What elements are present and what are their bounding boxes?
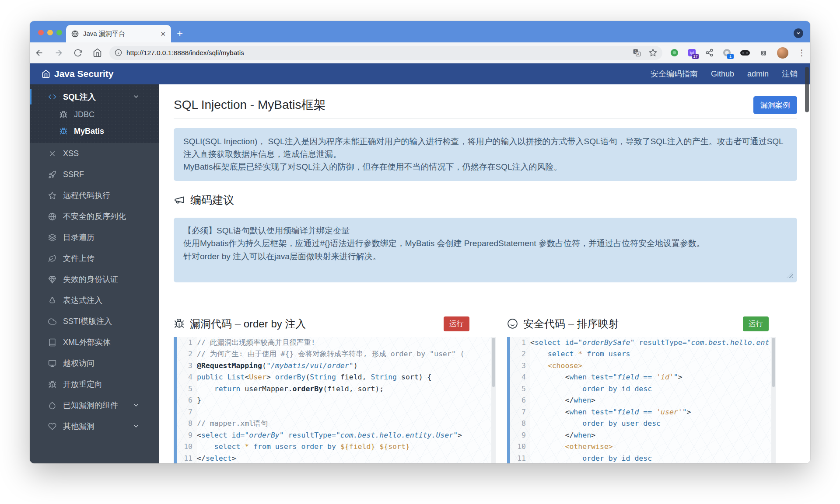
- forward-arrow-icon: [54, 48, 63, 58]
- window-menu-button[interactable]: [794, 28, 803, 38]
- maximize-window-button[interactable]: [56, 30, 62, 35]
- globe-icon: [48, 212, 56, 221]
- sidebar: SQL注入JDBCMyBatisXSSSSRF远程代码执行不安全的反序列化目录遍…: [30, 84, 159, 463]
- sidebar-item[interactable]: XML外部实体: [30, 332, 159, 353]
- code-line: 2 select * from users: [510, 348, 776, 360]
- sidebar-item[interactable]: 失效的身份认证: [30, 269, 159, 290]
- minimize-window-button[interactable]: [47, 30, 53, 35]
- intro-paragraph: SQLI(SQL Injection)， SQL注入是因为程序未能正确对用户的输…: [183, 136, 788, 161]
- sidebar-item[interactable]: 表达式注入: [30, 290, 159, 311]
- extensions-puzzle-icon[interactable]: [759, 49, 768, 57]
- run-vulnerable-button[interactable]: 运行: [444, 316, 469, 331]
- home-icon: [42, 70, 50, 78]
- bug-icon: [48, 380, 56, 389]
- sidebar-item[interactable]: 远程代码执行: [30, 185, 159, 206]
- close-tab-icon[interactable]: ✕: [160, 31, 166, 37]
- nav-link-github[interactable]: Github: [711, 70, 734, 79]
- poop-icon: [48, 296, 56, 305]
- leaf-icon: [48, 254, 56, 263]
- browser-menu-icon[interactable]: ⋮: [798, 48, 806, 58]
- divider: [174, 308, 797, 308]
- reload-icon: [74, 49, 82, 57]
- back-button[interactable]: [30, 48, 49, 58]
- sidebar-item[interactable]: SSRF: [30, 164, 159, 185]
- safe-code-heading: 安全代码 – 排序映射: [523, 317, 619, 331]
- sidebar-item[interactable]: 其他漏洞: [30, 416, 159, 437]
- sidebar-item[interactable]: 已知漏洞的组件: [30, 395, 159, 416]
- url-bar[interactable]: http://127.0.0.1:8888/index/sqli/mybatis…: [109, 46, 662, 60]
- sidebar-subitem-mybatis[interactable]: MyBatis: [30, 123, 159, 139]
- sidebar-item[interactable]: 不安全的反序列化: [30, 206, 159, 227]
- chevron-down-icon: [133, 402, 140, 409]
- sidebar-item[interactable]: 越权访问: [30, 353, 159, 374]
- layers-icon: [48, 233, 56, 242]
- code-line: 7 <when test="field == 'user'">: [510, 407, 776, 418]
- code-scrollbar[interactable]: [491, 337, 496, 463]
- active-indicator: [30, 89, 32, 104]
- code-line: 11</select>: [177, 453, 496, 463]
- x-icon: [48, 149, 56, 158]
- sidebar-item[interactable]: 文件上传: [30, 248, 159, 269]
- bookmark-star-icon[interactable]: [649, 49, 657, 57]
- sidebar-group-sqli: SQL注入JDBCMyBatis: [30, 84, 159, 143]
- nav-link-guide[interactable]: 安全编码指南: [651, 69, 698, 79]
- code-line: 5 order by id desc: [510, 383, 776, 395]
- svg-text:A: A: [637, 52, 639, 56]
- bug-icon: [174, 318, 185, 329]
- profile-avatar[interactable]: [777, 47, 788, 59]
- brand[interactable]: Java Security: [42, 69, 113, 79]
- droplet-icon: [48, 401, 56, 410]
- vulnerable-code-block: 1// 此漏洞出现频率较高并且很严重!2// 为何产生: 由于使用 #{} 会将…: [174, 337, 496, 463]
- browser-window: Java 漏洞平台 ✕ + http://127.0.0.1:8888/inde…: [30, 21, 810, 463]
- code-icon: [48, 93, 56, 101]
- vulnerable-code-heading: 漏洞代码 – order by 注入: [190, 317, 306, 331]
- vulnerability-case-button[interactable]: 漏洞案例: [753, 96, 797, 114]
- book-icon: [48, 338, 56, 347]
- reload-button[interactable]: [68, 49, 88, 57]
- chevron-down-icon: [133, 93, 140, 100]
- cloud-icon: [48, 317, 56, 326]
- heart-icon: [48, 422, 56, 431]
- info-icon[interactable]: [115, 49, 122, 56]
- extension-badge: 17: [692, 54, 699, 59]
- forward-button[interactable]: [49, 48, 68, 58]
- sidebar-item[interactable]: SSTI模版注入: [30, 311, 159, 332]
- page-title: SQL Injection - MyBatis框架: [174, 97, 326, 113]
- nav-link-logout[interactable]: 注销: [782, 69, 798, 79]
- share-nodes-icon[interactable]: [705, 49, 714, 57]
- megaphone-icon: [174, 194, 185, 205]
- star-icon: [48, 191, 56, 200]
- extension-dark-icon[interactable]: [740, 50, 750, 56]
- browser-tab[interactable]: Java 漏洞平台 ✕: [66, 25, 171, 42]
- code-scrollbar[interactable]: [771, 337, 776, 463]
- run-safe-button[interactable]: 运行: [743, 316, 769, 331]
- home-button[interactable]: [88, 48, 107, 57]
- extension-badge: 1: [727, 54, 734, 59]
- page-scrollbar-thumb[interactable]: [805, 67, 809, 112]
- code-line: 8// mapper.xml语句: [177, 418, 496, 430]
- sidebar-item[interactable]: XSS: [30, 143, 159, 164]
- extension-purple-icon[interactable]: 17: [688, 49, 696, 57]
- translate-icon[interactable]: 文A: [633, 49, 641, 57]
- gem-icon: [48, 275, 56, 284]
- code-line: 4public List<User> orderBy(String field,…: [177, 372, 496, 383]
- sidebar-item-sqli[interactable]: SQL注入: [30, 87, 159, 106]
- smiley-icon: [507, 318, 518, 329]
- code-line: 8 order by user desc: [510, 418, 776, 430]
- url-text[interactable]: http://127.0.0.1:8888/index/sqli/mybatis: [126, 49, 633, 57]
- new-tab-button[interactable]: +: [173, 27, 186, 40]
- extension-gray-icon[interactable]: 1: [723, 49, 731, 57]
- sidebar-item[interactable]: 目录遍历: [30, 227, 159, 248]
- nav-link-admin[interactable]: admin: [747, 70, 769, 79]
- code-line: 10 <otherwise>: [510, 441, 776, 453]
- browser-toolbar: http://127.0.0.1:8888/index/sqli/mybatis…: [30, 42, 810, 63]
- extension-green-icon[interactable]: [670, 49, 679, 57]
- home-icon: [93, 48, 102, 57]
- close-window-button[interactable]: [38, 30, 44, 35]
- sidebar-subitem-jdbc[interactable]: JDBC: [30, 106, 159, 123]
- code-line: 1<select id="orderBySafe" resultType="co…: [510, 337, 776, 349]
- sidebar-item[interactable]: 开放重定向: [30, 374, 159, 395]
- advice-textarea[interactable]: 【必须】SQL语句默认使用预编译并绑定变量 使用Mybatis作为持久层框架，应…: [174, 218, 797, 282]
- monitor-icon: [48, 359, 56, 368]
- code-line: 6 </when>: [510, 395, 776, 407]
